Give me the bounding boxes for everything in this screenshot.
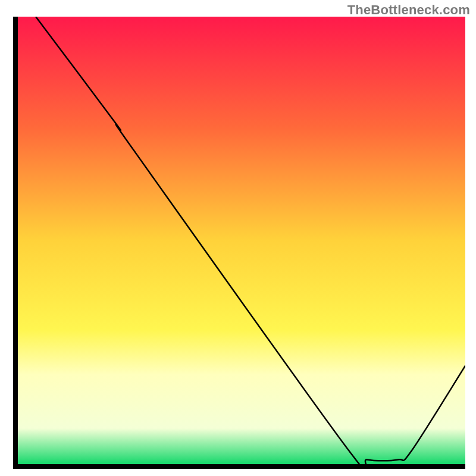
plot-area [18,17,465,464]
svg-rect-0 [18,17,465,464]
bottleneck-chart: TheBottleneck.com [0,0,476,476]
attribution-label: TheBottleneck.com [347,2,470,18]
heat-gradient [18,17,465,464]
optimal-range-marker [353,454,403,464]
curve-layer [18,17,465,464]
axes [13,17,465,469]
bottleneck-curve [36,17,465,464]
